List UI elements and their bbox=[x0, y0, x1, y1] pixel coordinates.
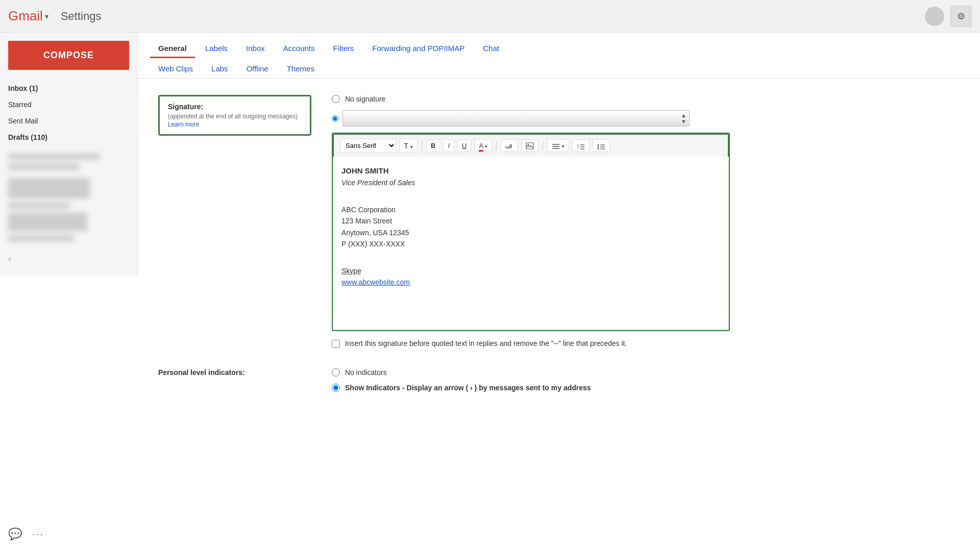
signature-setting-row: Signature: (appended at the end of all o… bbox=[158, 95, 960, 348]
svg-text:2.: 2. bbox=[577, 145, 579, 148]
sig-name: JOHN SMITH bbox=[341, 165, 720, 177]
sidebar-inner: COMPOSE Inbox (1) Starred Sent Mail Draf… bbox=[0, 33, 138, 277]
page-title: Settings bbox=[61, 10, 925, 23]
show-indicators-label[interactable]: Show Indicators - Display an arrow ( › )… bbox=[345, 384, 591, 392]
header: Gmail ▾ Settings ⚙ bbox=[0, 0, 980, 33]
show-indicators-option: Show Indicators - Display an arrow ( › )… bbox=[332, 384, 960, 392]
signature-selected-radio[interactable] bbox=[332, 115, 338, 122]
account-dropdown[interactable] bbox=[342, 110, 690, 127]
toolbar-sep-2 bbox=[496, 141, 497, 151]
italic-button[interactable]: I bbox=[443, 139, 454, 152]
sidebar-nav: Inbox (1) Starred Sent Mail Drafts (110) bbox=[0, 80, 137, 145]
tab-general[interactable]: General bbox=[150, 39, 195, 58]
sidebar-item-sent[interactable]: Sent Mail bbox=[0, 113, 137, 129]
gmail-logo: Gmail ▾ bbox=[8, 8, 48, 24]
sidebar-expand-button[interactable]: ‹ bbox=[0, 249, 137, 268]
settings-tabs: General Labels Inbox Accounts Filters Fo… bbox=[138, 33, 980, 79]
insert-signature-label[interactable]: Insert this signature before quoted text… bbox=[345, 339, 627, 347]
toolbar-sep-1 bbox=[422, 141, 422, 151]
tab-forwarding[interactable]: Forwarding and POP/IMAP bbox=[364, 39, 473, 58]
sig-company: ABC Corporation bbox=[341, 204, 720, 215]
no-signature-radio[interactable] bbox=[332, 95, 340, 103]
bullet-list-button[interactable] bbox=[593, 139, 610, 152]
compose-button[interactable]: COMPOSE bbox=[8, 41, 129, 70]
sidebar: COMPOSE Inbox (1) Starred Sent Mail Draf… bbox=[0, 33, 138, 551]
no-indicators-radio[interactable] bbox=[332, 368, 340, 377]
tabs-row-1: General Labels Inbox Accounts Filters Fo… bbox=[150, 39, 968, 58]
tab-webclips[interactable]: Web Clips bbox=[150, 59, 201, 78]
tab-accounts[interactable]: Accounts bbox=[275, 39, 323, 58]
sig-phone: P (XXX) XXX-XXXX bbox=[341, 238, 720, 249]
svg-point-10 bbox=[597, 144, 599, 145]
tab-labels[interactable]: Labels bbox=[197, 39, 236, 58]
sig-skype: Skype bbox=[341, 265, 720, 277]
sidebar-item-starred[interactable]: Starred bbox=[0, 96, 137, 113]
sidebar-item-inbox[interactable]: Inbox (1) bbox=[0, 80, 137, 96]
font-size-button[interactable]: T ▾ bbox=[399, 139, 418, 153]
font-color-button[interactable]: A ▾ bbox=[474, 139, 492, 152]
personal-level-control: No indicators Show Indicators - Display … bbox=[332, 368, 960, 399]
svg-rect-0 bbox=[526, 143, 533, 149]
content-area: General Labels Inbox Accounts Filters Fo… bbox=[138, 33, 980, 551]
show-indicators-radio[interactable] bbox=[332, 384, 340, 392]
tab-labs[interactable]: Labs bbox=[203, 59, 236, 78]
signature-label-box: Signature: (appended at the end of all o… bbox=[158, 95, 311, 136]
signature-editor-container: Sans Serif T ▾ B I U A ▾ bbox=[332, 133, 730, 331]
sig-title: Vice President of Sales bbox=[341, 177, 720, 188]
learn-more-link[interactable]: Learn more bbox=[168, 121, 199, 128]
sig-address2: Anytown, USA 12345 bbox=[341, 227, 720, 238]
account-dropdown-wrapper: ▲▼ bbox=[342, 110, 690, 127]
header-icons: ⚙ bbox=[925, 6, 972, 27]
signature-heading: Signature: bbox=[168, 103, 302, 111]
insert-signature-checkbox[interactable] bbox=[332, 340, 340, 348]
gmail-caret[interactable]: ▾ bbox=[45, 12, 48, 20]
tab-themes[interactable]: Themes bbox=[279, 59, 323, 78]
tab-offline[interactable]: Offline bbox=[238, 59, 277, 78]
svg-point-12 bbox=[597, 146, 599, 147]
bold-button[interactable]: B bbox=[426, 139, 440, 152]
numbered-list-button[interactable]: 1.2. bbox=[572, 139, 590, 152]
signature-editor[interactable]: JOHN SMITH Vice President of Sales ABC C… bbox=[333, 157, 729, 330]
signature-description: (appended at the end of all outgoing mes… bbox=[168, 113, 302, 120]
tabs-row-2: Web Clips Labs Offline Themes bbox=[150, 59, 968, 78]
align-button[interactable]: ▾ bbox=[547, 139, 569, 152]
font-family-select[interactable]: Sans Serif bbox=[340, 139, 396, 153]
personal-level-heading: Personal level indicators: bbox=[158, 368, 311, 377]
personal-level-label: Personal level indicators: bbox=[158, 368, 311, 377]
tab-chat[interactable]: Chat bbox=[475, 39, 507, 58]
image-button[interactable] bbox=[521, 139, 538, 153]
insert-signature-checkbox-row: Insert this signature before quoted text… bbox=[332, 339, 960, 348]
tab-filters[interactable]: Filters bbox=[325, 39, 362, 58]
settings-content: Signature: (appended at the end of all o… bbox=[138, 79, 980, 436]
underline-button[interactable]: U bbox=[457, 139, 471, 152]
personal-level-setting-row: Personal level indicators: No indicators… bbox=[158, 368, 960, 399]
no-signature-option: No signature bbox=[332, 95, 960, 103]
sig-website[interactable]: www.abcwebsite.com bbox=[341, 278, 410, 286]
link-button[interactable] bbox=[501, 139, 518, 152]
signature-control: No signature ▲▼ bbox=[332, 95, 960, 348]
main-layout: COMPOSE Inbox (1) Starred Sent Mail Draf… bbox=[0, 33, 980, 551]
svg-point-14 bbox=[597, 148, 599, 149]
gear-button[interactable]: ⚙ bbox=[950, 6, 972, 27]
no-indicators-label[interactable]: No indicators bbox=[345, 368, 387, 377]
no-signature-label[interactable]: No signature bbox=[345, 95, 385, 103]
gmail-text: Gmail bbox=[8, 8, 43, 24]
tab-inbox[interactable]: Inbox bbox=[238, 39, 273, 58]
avatar bbox=[925, 7, 944, 26]
more-options-icon[interactable]: ··· bbox=[32, 529, 44, 540]
signature-dropdown-row: ▲▼ bbox=[332, 110, 960, 127]
sidebar-bottom-icons: 💬 ··· bbox=[8, 528, 44, 541]
chat-icon[interactable]: 💬 bbox=[8, 528, 22, 541]
sidebar-item-drafts[interactable]: Drafts (110) bbox=[0, 129, 137, 145]
sidebar-blurred-section bbox=[0, 145, 137, 249]
sig-address1: 123 Main Street bbox=[341, 215, 720, 227]
toolbar-sep-3 bbox=[543, 141, 543, 151]
no-indicators-option: No indicators bbox=[332, 368, 960, 377]
signature-toolbar: Sans Serif T ▾ B I U A ▾ bbox=[333, 134, 729, 157]
